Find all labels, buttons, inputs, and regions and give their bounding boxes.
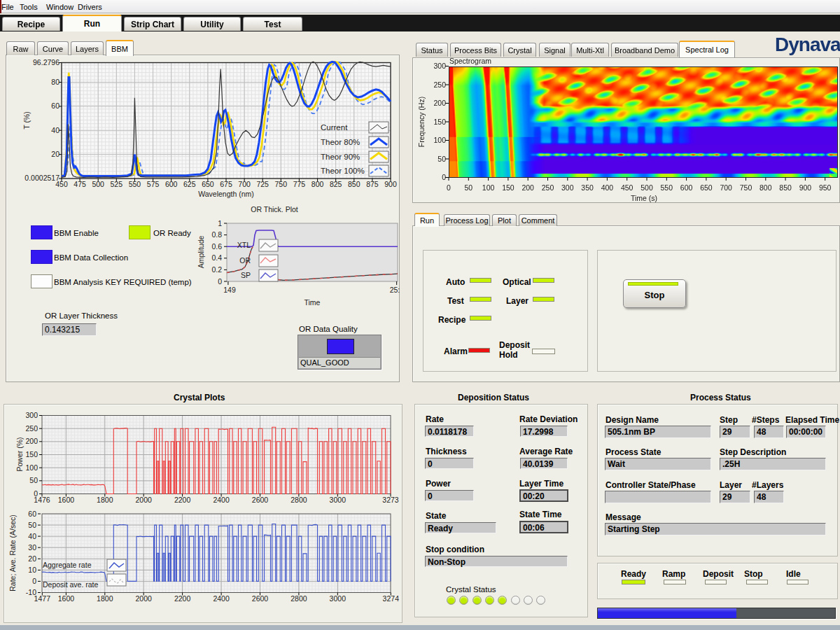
svg-text:1: 1 bbox=[218, 219, 222, 227]
svg-text:2400: 2400 bbox=[213, 594, 230, 603]
svg-text:0.8: 0.8 bbox=[211, 230, 222, 239]
svg-text:0: 0 bbox=[32, 577, 36, 585]
svg-text:20: 20 bbox=[28, 554, 36, 563]
svg-text:0: 0 bbox=[218, 277, 222, 286]
svg-text:1600: 1600 bbox=[58, 496, 75, 504]
svg-text:Time: Time bbox=[304, 298, 321, 307]
svg-text:Power (%): Power (%) bbox=[15, 437, 24, 471]
svg-text:250: 250 bbox=[25, 424, 38, 433]
svg-text:950: 950 bbox=[819, 183, 832, 192]
svg-text:0.4: 0.4 bbox=[211, 253, 222, 262]
svg-text:750: 750 bbox=[740, 183, 752, 192]
svg-text:2400: 2400 bbox=[213, 496, 230, 504]
svg-text:0.2: 0.2 bbox=[211, 265, 222, 274]
svg-text:3000: 3000 bbox=[330, 496, 346, 504]
svg-text:2200: 2200 bbox=[174, 496, 191, 504]
svg-text:1477: 1477 bbox=[34, 594, 51, 603]
svg-text:0.6: 0.6 bbox=[211, 242, 222, 251]
svg-text:450: 450 bbox=[621, 183, 634, 192]
svg-text:300: 300 bbox=[433, 62, 446, 70]
svg-text:2000: 2000 bbox=[136, 594, 153, 603]
svg-text:Frequency (Hz): Frequency (Hz) bbox=[417, 97, 426, 147]
svg-text:2800: 2800 bbox=[290, 594, 307, 603]
svg-text:40: 40 bbox=[28, 532, 36, 540]
svg-text:2200: 2200 bbox=[174, 594, 191, 603]
svg-text:60: 60 bbox=[28, 510, 36, 518]
svg-text:200: 200 bbox=[522, 183, 534, 192]
svg-text:2600: 2600 bbox=[252, 594, 269, 603]
svg-text:Aggregate rate: Aggregate rate bbox=[43, 561, 92, 569]
svg-text:100: 100 bbox=[25, 463, 38, 472]
svg-text:50: 50 bbox=[28, 521, 36, 529]
svg-text:Rate; Ave. Rate (A/sec): Rate; Ave. Rate (A/sec) bbox=[8, 514, 17, 592]
svg-text:0: 0 bbox=[34, 489, 38, 498]
svg-text:700: 700 bbox=[720, 183, 732, 192]
svg-text:3274: 3274 bbox=[383, 594, 400, 603]
svg-text:600: 600 bbox=[680, 183, 693, 192]
svg-text:300: 300 bbox=[25, 411, 38, 419]
svg-text:900: 900 bbox=[799, 183, 812, 192]
svg-text:50: 50 bbox=[438, 155, 446, 163]
svg-text:SP: SP bbox=[241, 271, 251, 279]
svg-text:250: 250 bbox=[433, 80, 446, 89]
svg-text:250: 250 bbox=[542, 183, 554, 192]
svg-text:Amplitude: Amplitude bbox=[197, 236, 205, 269]
svg-text:150: 150 bbox=[433, 118, 446, 126]
svg-text:XTL: XTL bbox=[237, 241, 251, 249]
svg-text:30: 30 bbox=[28, 543, 36, 552]
svg-text:300: 300 bbox=[561, 183, 574, 192]
svg-text:800: 800 bbox=[760, 183, 772, 192]
svg-text:149: 149 bbox=[223, 286, 236, 294]
svg-text:-10: -10 bbox=[26, 588, 36, 596]
svg-text:1800: 1800 bbox=[97, 594, 113, 603]
svg-text:50: 50 bbox=[464, 183, 472, 192]
svg-text:150: 150 bbox=[25, 450, 38, 458]
svg-text:500: 500 bbox=[640, 183, 653, 192]
svg-text:Time (s): Time (s) bbox=[631, 194, 657, 202]
svg-text:550: 550 bbox=[661, 183, 673, 192]
svg-text:1600: 1600 bbox=[58, 594, 75, 603]
svg-text:10: 10 bbox=[28, 566, 36, 574]
svg-text:2800: 2800 bbox=[290, 496, 307, 504]
svg-text:Deposit ave. rate: Deposit ave. rate bbox=[43, 580, 99, 589]
svg-text:650: 650 bbox=[700, 183, 713, 192]
svg-text:400: 400 bbox=[601, 183, 614, 192]
svg-text:50: 50 bbox=[29, 476, 38, 484]
svg-text:100: 100 bbox=[482, 183, 495, 192]
svg-text:150: 150 bbox=[502, 183, 514, 192]
svg-text:2000: 2000 bbox=[136, 496, 153, 504]
svg-text:100: 100 bbox=[433, 136, 446, 144]
svg-text:200: 200 bbox=[433, 99, 446, 107]
svg-text:2600: 2600 bbox=[252, 496, 269, 504]
svg-text:200: 200 bbox=[25, 437, 38, 445]
svg-text:3273: 3273 bbox=[382, 496, 399, 504]
svg-text:1800: 1800 bbox=[97, 496, 113, 504]
svg-text:OR: OR bbox=[239, 256, 251, 265]
svg-text:3000: 3000 bbox=[330, 594, 346, 603]
svg-text:350: 350 bbox=[581, 183, 594, 192]
svg-text:25:: 25: bbox=[390, 286, 400, 294]
svg-text:0: 0 bbox=[447, 183, 451, 192]
svg-text:Spectrogram: Spectrogram bbox=[449, 57, 491, 65]
svg-text:850: 850 bbox=[779, 183, 792, 192]
